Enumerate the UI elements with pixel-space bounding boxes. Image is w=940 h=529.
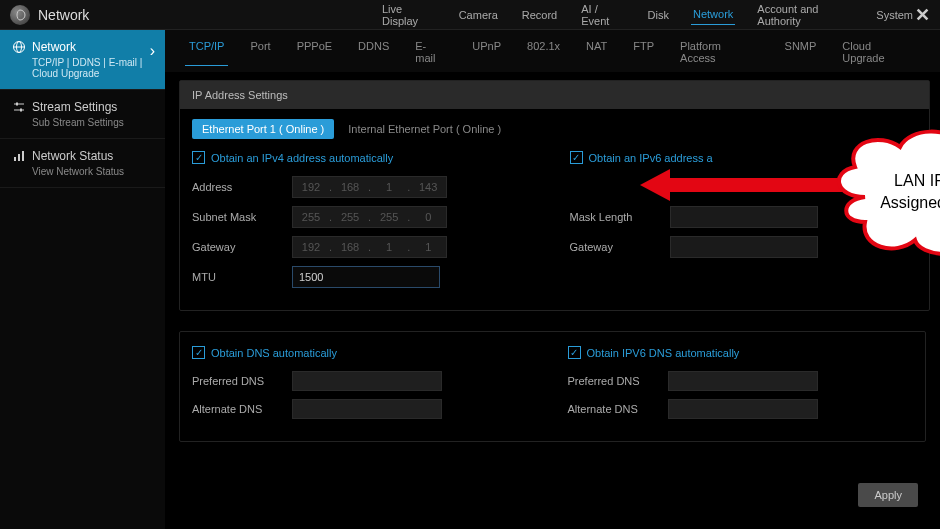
alt-dns6-label: Alternate DNS — [568, 403, 668, 415]
svg-rect-5 — [16, 103, 18, 106]
page-title: Network — [38, 7, 89, 23]
port-tab-eth1[interactable]: Ethernet Port 1 ( Online ) — [192, 119, 334, 139]
subtab-snmp[interactable]: SNMP — [781, 38, 821, 66]
dns-ipv4-col: ✓ Obtain DNS automatically Preferred DNS… — [192, 346, 538, 427]
subtab-ftp[interactable]: FTP — [629, 38, 658, 66]
ip-settings-panel: IP Address Settings Ethernet Port 1 ( On… — [179, 80, 930, 311]
ipv6-auto-label: Obtain an IPv6 address a — [589, 152, 713, 164]
sidebar-item-sub: View Network Status — [32, 166, 153, 177]
sidebar-item-network[interactable]: NetworkTCP/IP | DDNS | E-mail | Cloud Up… — [0, 30, 165, 90]
ipv4-auto-checkbox[interactable]: ✓ Obtain an IPv4 address automatically — [192, 151, 540, 164]
checkbox-icon: ✓ — [570, 151, 583, 164]
sidebar-item-label: Network Status — [32, 149, 113, 163]
checkbox-icon: ✓ — [192, 346, 205, 359]
subtab-port[interactable]: Port — [246, 38, 274, 66]
dns-auto-checkbox[interactable]: ✓ Obtain DNS automatically — [192, 346, 538, 359]
subtab-ddns[interactable]: DDNS — [354, 38, 393, 66]
top-bar: Network Live DisplayCameraRecordAI / Eve… — [0, 0, 940, 30]
dns-ipv6-col: ✓ Obtain IPV6 DNS automatically Preferre… — [568, 346, 914, 427]
pref-dns6-input[interactable] — [668, 371, 818, 391]
sliders-icon — [12, 100, 26, 114]
sidebar-item-sub: TCP/IP | DDNS | E-mail | Cloud Upgrade — [32, 57, 153, 79]
mtu-input[interactable] — [292, 266, 440, 288]
top-menu-live-display[interactable]: Live Display — [380, 0, 437, 31]
ipv4-auto-label: Obtain an IPv4 address automatically — [211, 152, 393, 164]
close-icon[interactable]: ✕ — [915, 4, 930, 26]
port-tab-internal[interactable]: Internal Ethernet Port ( Online ) — [338, 119, 511, 139]
subtab-tcp-ip[interactable]: TCP/IP — [185, 38, 228, 66]
subtab-802-1x[interactable]: 802.1x — [523, 38, 564, 66]
ipv6-gateway-input[interactable] — [670, 236, 818, 258]
checkbox-icon: ✓ — [568, 346, 581, 359]
sidebar: NetworkTCP/IP | DDNS | E-mail | Cloud Up… — [0, 30, 165, 529]
mtu-label: MTU — [192, 271, 292, 283]
subtab-e-mail[interactable]: E-mail — [411, 38, 450, 66]
alt-dns-input[interactable] — [292, 399, 442, 419]
mask-length-label: Mask Length — [570, 211, 670, 223]
main-content: TCP/IPPortPPPoEDDNSE-mailUPnP802.1xNATFT… — [165, 30, 940, 529]
top-menu-network[interactable]: Network — [691, 4, 735, 25]
ipv6-auto-checkbox[interactable]: ✓ Obtain an IPv6 address a — [570, 151, 918, 164]
ipv4-address-input[interactable]: 192. 168. 1. 143 — [292, 176, 447, 198]
dns-auto-label: Obtain DNS automatically — [211, 347, 337, 359]
top-menu-record[interactable]: Record — [520, 5, 559, 25]
pref-dns-input[interactable] — [292, 371, 442, 391]
address-label: Address — [192, 181, 292, 193]
app-logo-icon — [10, 5, 30, 25]
apply-button[interactable]: Apply — [858, 483, 918, 507]
pref-dns6-label: Preferred DNS — [568, 375, 668, 387]
pref-dns-label: Preferred DNS — [192, 375, 292, 387]
sidebar-item-network-status[interactable]: Network StatusView Network Status — [0, 139, 165, 188]
checkbox-icon: ✓ — [192, 151, 205, 164]
top-menu-account-and-authority[interactable]: Account and Authority — [755, 0, 854, 31]
alt-dns-label: Alternate DNS — [192, 403, 292, 415]
subtab-pppoe[interactable]: PPPoE — [293, 38, 336, 66]
ipv6-mask-input[interactable] — [670, 206, 818, 228]
globe-icon — [12, 40, 26, 54]
ipv6-column: ✓ Obtain an IPv6 address a Mask Length G… — [570, 151, 918, 296]
subtab-nat[interactable]: NAT — [582, 38, 611, 66]
bars-icon — [12, 149, 26, 163]
svg-rect-6 — [20, 109, 22, 112]
port-tabs: Ethernet Port 1 ( Online ) Internal Ethe… — [180, 109, 929, 151]
sidebar-item-label: Network — [32, 40, 76, 54]
panel-title: IP Address Settings — [180, 81, 929, 109]
alt-dns6-input[interactable] — [668, 399, 818, 419]
subnet-label: Subnet Mask — [192, 211, 292, 223]
logo-area: Network — [10, 5, 210, 25]
ipv4-subnet-input[interactable]: 255. 255. 255. 0 — [292, 206, 447, 228]
subtab-platform-access[interactable]: Platform Access — [676, 38, 763, 66]
sidebar-item-sub: Sub Stream Settings — [32, 117, 153, 128]
top-menu-camera[interactable]: Camera — [457, 5, 500, 25]
top-menu-ai-event[interactable]: AI / Event — [579, 0, 625, 31]
svg-rect-8 — [18, 154, 20, 161]
sidebar-item-stream-settings[interactable]: Stream SettingsSub Stream Settings — [0, 90, 165, 139]
subtab-cloud-upgrade[interactable]: Cloud Upgrade — [838, 38, 920, 66]
svg-rect-9 — [22, 151, 24, 161]
gateway-label: Gateway — [192, 241, 292, 253]
dns6-auto-checkbox[interactable]: ✓ Obtain IPV6 DNS automatically — [568, 346, 914, 359]
svg-rect-7 — [14, 157, 16, 161]
top-menu: Live DisplayCameraRecordAI / EventDiskNe… — [380, 0, 915, 31]
dns6-auto-label: Obtain IPV6 DNS automatically — [587, 347, 740, 359]
subtab-bar: TCP/IPPortPPPoEDDNSE-mailUPnP802.1xNATFT… — [165, 30, 940, 72]
ipv4-gateway-input[interactable]: 192. 168. 1. 1 — [292, 236, 447, 258]
ipv4-column: ✓ Obtain an IPv4 address automatically A… — [192, 151, 540, 296]
top-menu-disk[interactable]: Disk — [646, 5, 671, 25]
subtab-upnp[interactable]: UPnP — [468, 38, 505, 66]
sidebar-item-label: Stream Settings — [32, 100, 117, 114]
dns-panel: ✓ Obtain DNS automatically Preferred DNS… — [179, 331, 926, 442]
ipv6-gateway-label: Gateway — [570, 241, 670, 253]
top-menu-system[interactable]: System — [874, 5, 915, 25]
